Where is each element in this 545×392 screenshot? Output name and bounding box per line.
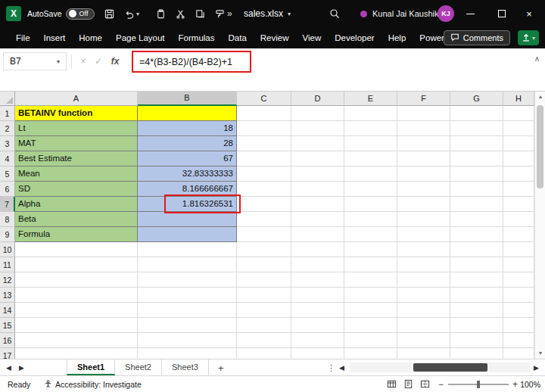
next-sheet-icon[interactable]: ▶ xyxy=(19,364,24,372)
cell-B9[interactable] xyxy=(138,227,237,242)
menu-file[interactable]: File xyxy=(9,27,37,48)
cell-H17[interactable] xyxy=(503,348,534,359)
cell-G16[interactable] xyxy=(450,333,503,348)
cell-G6[interactable] xyxy=(450,182,503,197)
cell-A6[interactable]: SD xyxy=(15,182,138,197)
cell-C12[interactable] xyxy=(237,272,291,288)
column-header-A[interactable]: A xyxy=(15,92,138,106)
cell-C8[interactable] xyxy=(237,212,291,227)
zoom-level[interactable]: 100% xyxy=(520,376,540,392)
save-button[interactable] xyxy=(100,0,118,27)
minimize-button[interactable] xyxy=(454,0,486,27)
column-header-E[interactable]: E xyxy=(344,92,397,106)
cell-C5[interactable] xyxy=(237,166,291,182)
row-header-7[interactable]: 7 xyxy=(0,197,15,212)
menu-developer[interactable]: Developer xyxy=(328,27,381,48)
column-header-D[interactable]: D xyxy=(291,92,344,106)
cell-A5[interactable]: Mean xyxy=(15,166,138,182)
hscroll-left-icon[interactable]: ◀ xyxy=(339,359,344,376)
cell-B13[interactable] xyxy=(138,288,237,303)
row-header-10[interactable]: 10 xyxy=(0,242,15,257)
row-header-14[interactable]: 14 xyxy=(0,303,15,318)
horizontal-scrollbar-thumb[interactable] xyxy=(413,363,487,372)
sheet-tab-sheet2[interactable]: Sheet2 xyxy=(115,359,162,375)
cell-E8[interactable] xyxy=(344,212,397,227)
menu-page-layout[interactable]: Page Layout xyxy=(109,27,172,48)
user-name[interactable]: Kunal Jai Kaushik xyxy=(372,0,438,27)
cell-H11[interactable] xyxy=(503,257,534,272)
cancel-entry-button[interactable]: × xyxy=(76,52,91,70)
zoom-in-button[interactable]: + xyxy=(512,376,518,392)
cell-F11[interactable] xyxy=(397,257,450,272)
row-header-17[interactable]: 17 xyxy=(0,348,15,359)
prev-sheet-icon[interactable]: ◀ xyxy=(6,364,11,372)
cell-E16[interactable] xyxy=(344,333,397,348)
cell-D3[interactable] xyxy=(291,136,344,151)
cell-F3[interactable] xyxy=(397,136,450,151)
cell-F17[interactable] xyxy=(397,348,450,359)
undo-dropdown-caret[interactable]: ▾ xyxy=(136,0,139,27)
cell-C11[interactable] xyxy=(237,257,291,272)
cell-D14[interactable] xyxy=(291,303,344,318)
row-header-1[interactable]: 1 xyxy=(0,106,15,121)
cell-B2[interactable]: 18 xyxy=(138,121,237,136)
row-header-11[interactable]: 11 xyxy=(0,257,15,272)
select-all-corner[interactable] xyxy=(0,92,15,106)
cell-E10[interactable] xyxy=(344,242,397,257)
copy-icon[interactable] xyxy=(191,0,209,27)
cell-C13[interactable] xyxy=(237,288,291,303)
user-avatar[interactable]: KJ xyxy=(438,0,454,27)
cell-H9[interactable] xyxy=(503,227,534,242)
cell-B7[interactable]: 1.816326531 xyxy=(138,197,237,212)
cell-B1[interactable] xyxy=(138,106,237,121)
row-header-2[interactable]: 2 xyxy=(0,121,15,136)
cell-F1[interactable] xyxy=(397,106,450,121)
cell-C2[interactable] xyxy=(237,121,291,136)
cell-E3[interactable] xyxy=(344,136,397,151)
cell-D7[interactable] xyxy=(291,197,344,212)
comments-button[interactable]: Comments xyxy=(444,30,510,45)
cell-A9[interactable]: Formula xyxy=(15,227,138,242)
cell-A8[interactable]: Beta xyxy=(15,212,138,227)
cell-B17[interactable] xyxy=(138,348,237,359)
row-header-12[interactable]: 12 xyxy=(0,272,15,288)
cell-G15[interactable] xyxy=(450,318,503,333)
row-header-8[interactable]: 8 xyxy=(0,212,15,227)
cell-C1[interactable] xyxy=(237,106,291,121)
zoom-out-button[interactable]: − xyxy=(438,376,444,392)
cell-D1[interactable] xyxy=(291,106,344,121)
cell-B8[interactable] xyxy=(138,212,237,227)
row-header-5[interactable]: 5 xyxy=(0,166,15,182)
page-layout-view-button[interactable] xyxy=(403,376,413,392)
cell-H14[interactable] xyxy=(503,303,534,318)
toolbar-overflow-icon[interactable]: » xyxy=(227,0,232,27)
cell-H4[interactable] xyxy=(503,151,534,166)
cell-D17[interactable] xyxy=(291,348,344,359)
cell-D16[interactable] xyxy=(291,333,344,348)
cell-B10[interactable] xyxy=(138,242,237,257)
menu-formulas[interactable]: Formulas xyxy=(172,27,222,48)
accessibility-status[interactable]: Accessibility: Investigate xyxy=(44,376,142,392)
cell-B16[interactable] xyxy=(138,333,237,348)
cell-B4[interactable]: 67 xyxy=(138,151,237,166)
cut-icon[interactable] xyxy=(171,0,189,27)
cell-C4[interactable] xyxy=(237,151,291,166)
cell-D11[interactable] xyxy=(291,257,344,272)
cell-F5[interactable] xyxy=(397,166,450,182)
cell-D8[interactable] xyxy=(291,212,344,227)
hscroll-right-icon[interactable]: ▶ xyxy=(534,359,539,376)
cell-H3[interactable] xyxy=(503,136,534,151)
format-painter-icon[interactable] xyxy=(210,0,229,27)
scroll-down-icon[interactable]: ▼ xyxy=(535,348,545,359)
cell-E9[interactable] xyxy=(344,227,397,242)
cell-F4[interactable] xyxy=(397,151,450,166)
cell-A15[interactable] xyxy=(15,318,138,333)
cell-D9[interactable] xyxy=(291,227,344,242)
cell-H6[interactable] xyxy=(503,182,534,197)
cell-G4[interactable] xyxy=(450,151,503,166)
cell-A3[interactable]: MAT xyxy=(15,136,138,151)
undo-button[interactable] xyxy=(120,0,138,27)
cell-G8[interactable] xyxy=(450,212,503,227)
search-icon[interactable] xyxy=(325,0,344,27)
cell-C16[interactable] xyxy=(237,333,291,348)
